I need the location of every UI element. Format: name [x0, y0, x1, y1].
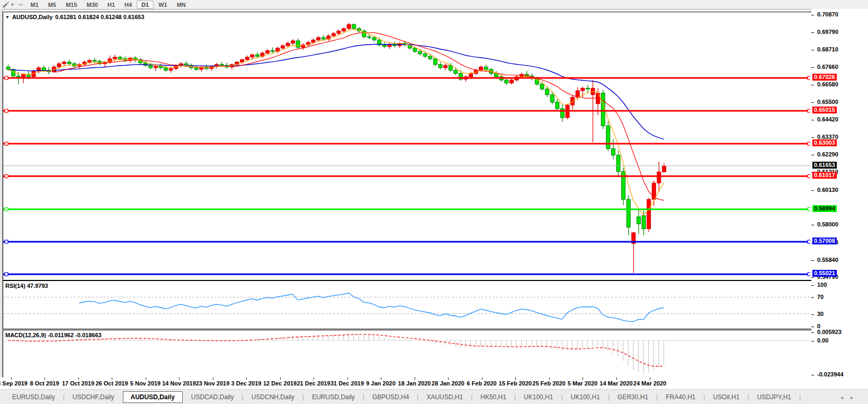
- line-anchor-handle[interactable]: [5, 142, 8, 145]
- bear-candle: [12, 69, 15, 76]
- timeframe-button-w1[interactable]: W1: [154, 1, 172, 9]
- line-anchor-handle[interactable]: [808, 240, 810, 243]
- price-axis-tick: [811, 50, 814, 50]
- chart-tab-ger30-h1[interactable]: GER30,H1: [610, 392, 656, 402]
- tab-separator: |: [63, 393, 65, 401]
- line-anchor-handle[interactable]: [808, 142, 810, 145]
- timeframe-button-m30[interactable]: M30: [82, 1, 103, 9]
- price-axis-label: 0.60130: [817, 187, 838, 193]
- bull-candle: [662, 166, 666, 172]
- date-axis-label: 25 Feb 2020: [532, 380, 565, 387]
- date-axis-tick: [44, 377, 45, 380]
- bull-candle: [342, 29, 346, 31]
- tab-scroll-right-icon[interactable]: ▸: [851, 394, 861, 400]
- bear-candle: [413, 48, 417, 51]
- bull-candle: [281, 46, 284, 48]
- bear-candle: [67, 62, 71, 64]
- timeframe-button-h4[interactable]: H4: [120, 1, 137, 9]
- bull-candle: [88, 60, 92, 62]
- tool-dropdown-icon[interactable]: ▼: [11, 3, 14, 6]
- date-axis-tick: [381, 377, 381, 380]
- price-level-badge: 0.57008: [812, 238, 837, 244]
- price-axis-label: 0.67660: [817, 64, 838, 70]
- line-anchor-handle[interactable]: [5, 174, 8, 178]
- chart-tab-uk100-h1[interactable]: UK100,H1: [516, 392, 560, 402]
- date-axis-label: 8 Oct 2019: [30, 380, 59, 387]
- timeframe-button-m5[interactable]: M5: [43, 1, 61, 9]
- price-axis-label: 0.70870: [817, 11, 838, 17]
- rsi-label: RSI(14) 47.9793: [5, 283, 48, 289]
- bear-candle: [271, 50, 274, 51]
- rsi-chart[interactable]: [3, 281, 810, 328]
- price-level-badge: 0.65015: [812, 107, 837, 113]
- bear-candle: [454, 70, 458, 73]
- bear-candle: [601, 93, 605, 126]
- bear-candle: [42, 68, 46, 71]
- chart-tab-fra40-h1[interactable]: FRA40,H1: [658, 392, 703, 402]
- macd-indicator-panel[interactable]: MACD(12,26,9) -0.011962 -0.018663: [3, 330, 812, 378]
- date-axis[interactable]: 28 Sep 20198 Oct 201917 Oct 201926 Oct 2…: [0, 377, 868, 389]
- macd-chart[interactable]: [3, 330, 810, 376]
- line-anchor-handle[interactable]: [5, 109, 8, 112]
- tab-separator: |: [302, 393, 304, 401]
- bear-candle: [382, 45, 386, 47]
- line-anchor-handle[interactable]: [808, 109, 810, 112]
- date-axis-tick: [280, 377, 281, 380]
- tab-scroll-left-icon[interactable]: ◂: [840, 394, 851, 400]
- chart-tab-audusd-daily[interactable]: AUDUSD,Daily: [123, 391, 183, 403]
- chart-tab-usoil-h1[interactable]: USOil,H1: [705, 392, 747, 402]
- date-axis-label: 28 Jan 2020: [432, 380, 464, 387]
- line-anchor-handle[interactable]: [808, 273, 810, 276]
- price-axis[interactable]: 0.708700.697900.687100.676600.665800.655…: [811, 9, 868, 377]
- timeframe-button-h1[interactable]: H1: [103, 1, 120, 9]
- timeframe-button-m1[interactable]: M1: [26, 1, 43, 9]
- crosshair-tool-icon[interactable]: [2, 1, 10, 8]
- candlestick-chart[interactable]: [3, 12, 810, 279]
- chart-tab-bar: EURUSD,Daily|USDCHF,DailyAUDUSD,DailyUSD…: [0, 389, 868, 404]
- main-chart-panel[interactable]: ▼ AUDUSD,Daily 0.61281 0.61824 0.61248 0…: [3, 12, 812, 280]
- timeframe-button-d1[interactable]: D1: [137, 1, 154, 9]
- tab-separator: |: [242, 393, 244, 401]
- price-axis-tick: [811, 67, 814, 68]
- price-axis-tick: [811, 225, 814, 225]
- date-axis-label: 18 Jan 2020: [398, 380, 431, 387]
- line-anchor-handle[interactable]: [5, 208, 8, 211]
- date-axis-tick: [78, 377, 79, 380]
- date-axis-label: 5 Nov 2019: [130, 380, 160, 387]
- chart-tab-usdcnh-daily[interactable]: USDCNH,Daily: [244, 392, 302, 402]
- bull-candle: [22, 74, 25, 77]
- bear-candle: [439, 65, 442, 68]
- rsi-axis-label: 100: [817, 282, 827, 288]
- timeframe-buttons: M1M5M15M30H1H4D1W1MN: [26, 2, 191, 8]
- chart-tab-gbpusd-h4[interactable]: GBPUSD,H4: [365, 392, 416, 402]
- bear-candle: [321, 38, 325, 39]
- chart-tab-eurusd-daily[interactable]: EURUSD,Daily: [5, 392, 62, 402]
- line-anchor-handle[interactable]: [808, 174, 810, 178]
- bear-candle: [164, 68, 168, 71]
- line-anchor-handle[interactable]: [808, 208, 810, 211]
- tab-separator: |: [656, 393, 658, 401]
- line-anchor-handle[interactable]: [5, 273, 8, 276]
- chart-tab-usdjpy-h1[interactable]: USDJPY,H1: [750, 392, 799, 402]
- rsi-indicator-panel[interactable]: RSI(14) 47.9793: [3, 280, 812, 329]
- chart-tab-usdcad-daily[interactable]: USDCAD,Daily: [184, 392, 241, 402]
- chart-dropdown-icon[interactable]: ▼: [5, 15, 10, 20]
- bear-candle: [637, 217, 640, 224]
- line-anchor-handle[interactable]: [808, 76, 810, 80]
- macd-axis-tick: [811, 332, 814, 333]
- bear-candle: [418, 51, 422, 54]
- price-level-badge: 0.67026: [812, 74, 837, 81]
- rsi-axis-tick: [811, 297, 814, 298]
- tab-scroll-arrows: ◂▸: [840, 394, 861, 400]
- date-axis-label: 15 Feb 2020: [499, 380, 532, 387]
- chart-tab-xauusd-h1[interactable]: XAUUSD,H1: [419, 392, 470, 402]
- timeframe-button-mn[interactable]: MN: [172, 1, 191, 9]
- line-anchor-handle[interactable]: [5, 76, 8, 80]
- timeframe-button-m15[interactable]: M15: [61, 1, 82, 9]
- chart-tab-eurusd-daily[interactable]: EURUSD,Daily: [305, 392, 362, 402]
- chart-tab-usdchf-daily[interactable]: USDCHF,Daily: [65, 392, 122, 402]
- price-axis-label: 0.64420: [817, 116, 838, 122]
- chart-tab-hk50-h1[interactable]: HK50,H1: [473, 392, 514, 402]
- chart-tab-uk100-h1[interactable]: UK100,H1: [563, 392, 607, 402]
- line-anchor-handle[interactable]: [5, 240, 8, 243]
